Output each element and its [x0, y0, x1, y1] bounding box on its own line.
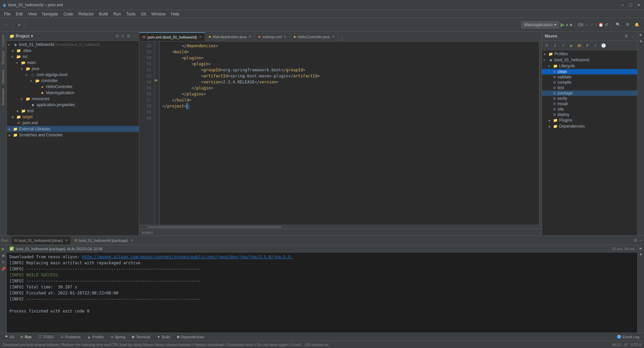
tree-hellocontroller[interactable]: ● HelloController	[7, 84, 139, 90]
footer-tab-spring[interactable]: ◈ Spring	[109, 334, 127, 340]
maven-download-button[interactable]: ⇓	[551, 42, 559, 49]
footer-tab-terminal[interactable]: ▶ Terminal	[130, 334, 152, 340]
maven-m-button[interactable]: m	[576, 42, 583, 49]
code-editor[interactable]: </dependencies> <build> <plugins> <plugi…	[160, 42, 539, 225]
menu-item-help[interactable]: Help	[168, 11, 182, 17]
tree-root[interactable]: ▾ ◆ boot_01_helloworld D:\maven\boot_01_…	[7, 42, 139, 48]
menu-item-tools[interactable]: Tools	[123, 11, 138, 17]
search-everywhere-button[interactable]: 🔍	[614, 21, 623, 28]
menu-item-code[interactable]: Code	[61, 11, 76, 17]
run-pin-button[interactable]: 📌	[1, 267, 6, 271]
maven-clean[interactable]: ⚙ clean	[542, 69, 637, 74]
footer-tab-problems[interactable]: ⚠ Problems	[58, 334, 83, 340]
tab-close-button[interactable]: ✕	[199, 35, 202, 39]
maven-plugins[interactable]: ► 📁 Plugins	[542, 117, 637, 123]
menu-item-build[interactable]: Build	[96, 11, 111, 17]
dropdown-icon[interactable]: ▾	[31, 34, 33, 39]
maven-validate[interactable]: ⚙ validate	[542, 74, 637, 80]
menu-item-edit[interactable]: Edit	[13, 11, 25, 17]
tab-close-button[interactable]: ✕	[332, 35, 334, 39]
maven-settings-button[interactable]: ⚙	[624, 33, 629, 39]
maven-module[interactable]: ▾ ◆ boot_01_helloworld	[542, 57, 637, 63]
run-tab-package[interactable]: m boot_01_helloworld [package] ✕	[72, 236, 136, 245]
tree-resources[interactable]: ▾ 📂 resources	[7, 96, 139, 102]
right-icon-2[interactable]: ■	[640, 39, 642, 43]
activity-commit[interactable]: Commit	[1, 33, 6, 48]
tab-close-button[interactable]: ✕	[130, 238, 133, 242]
project-view-button[interactable]: ≡	[16, 22, 22, 28]
maven-add-button[interactable]: +	[559, 42, 567, 49]
tab-hellocontroller[interactable]: ■ HelloController.java ✕	[290, 32, 338, 41]
tree-package[interactable]: ▾ ◻ com.atguigu.boot	[7, 72, 139, 78]
footer-tab-run[interactable]: ▶ Run	[19, 334, 34, 340]
activity-database[interactable]: Database	[1, 67, 6, 86]
tree-external-libs[interactable]: ► 📁 External Libraries	[7, 126, 139, 132]
menu-item-window[interactable]: Window	[149, 11, 168, 17]
run-stop-button[interactable]: ■	[2, 253, 4, 258]
run-config-selector[interactable]: MainApplication ▾	[521, 21, 559, 28]
project-settings-button[interactable]: ⚙	[126, 33, 131, 39]
maven-install[interactable]: ⚙ install	[542, 101, 637, 107]
notifications-button[interactable]: 🔔	[633, 21, 641, 28]
minimize-button[interactable]: −	[620, 2, 625, 8]
scrollbar-thumb[interactable]	[147, 226, 281, 228]
back-button[interactable]: ←	[3, 22, 10, 28]
run-button[interactable]: ▶	[560, 21, 565, 28]
menu-item-run[interactable]: Run	[111, 11, 123, 17]
footer-tab-deps[interactable]: ◆ Dependencies	[175, 334, 206, 340]
activity-structure[interactable]: Structure	[1, 49, 6, 67]
vertical-scrollbar[interactable]	[539, 42, 542, 225]
maven-site[interactable]: ⚙ site	[542, 107, 637, 112]
run-settings-button[interactable]: ⚙	[633, 237, 638, 243]
tree-target[interactable]: ► 📁 target	[7, 114, 139, 120]
tab-close-button[interactable]: ✕	[249, 35, 251, 39]
close-button[interactable]: ×	[636, 2, 641, 8]
tree-scratches[interactable]: ► 📁 Scratches and Consoles	[7, 132, 139, 138]
menu-item-git[interactable]: Git	[138, 11, 149, 17]
footer-tab-todo[interactable]: ☐ TODO	[36, 334, 56, 340]
project-sync-button[interactable]: ↻	[115, 33, 120, 39]
maven-test[interactable]: ⚙ test	[542, 85, 637, 90]
footer-tab-event-log[interactable]: 2 Event Log	[615, 334, 641, 340]
maven-history-button[interactable]: 🕐	[600, 42, 607, 49]
maven-close-button[interactable]: −	[631, 33, 635, 39]
console-url[interactable]: http://maven.aliyun.com/nexus/content/gr…	[82, 255, 293, 259]
maven-compile[interactable]: ⚙ compile	[542, 80, 637, 85]
git-undo-icon[interactable]: ↺	[605, 22, 608, 27]
run-rerun-button[interactable]: ↻	[2, 260, 5, 265]
project-collapse-button[interactable]: ≡	[121, 33, 125, 39]
menu-item-view[interactable]: View	[25, 11, 40, 17]
menu-item-file[interactable]: File	[1, 11, 13, 17]
tree-mainapplication[interactable]: ■ MainApplication	[7, 90, 139, 96]
footer-tab-build[interactable]: ▼ Build	[155, 334, 172, 340]
maven-package[interactable]: ⚙ package	[542, 90, 637, 96]
console-output[interactable]: Downloaded from nexus-aliyun: http://mav…	[7, 253, 637, 333]
run-right-icon-1[interactable]: ▶	[640, 247, 642, 250]
maven-refresh-button[interactable]: ↻	[543, 42, 551, 49]
activity-bookmarks[interactable]: Bookmarks	[1, 86, 6, 107]
more-tabs-button[interactable]: ⋮	[338, 36, 347, 41]
tree-java[interactable]: ▾ 📂 java	[7, 66, 139, 72]
git-fetch-icon[interactable]: ⏰	[598, 22, 603, 27]
run-tab-clean[interactable]: m boot_01_helloworld [clean] ✕	[12, 236, 70, 245]
maven-dependencies[interactable]: ► 📁 Dependencies	[542, 123, 637, 129]
settings-button[interactable]: ⚙	[624, 21, 631, 28]
tab-pomxml[interactable]: m pom.xml (boot_01_helloworld) ✕	[139, 32, 205, 41]
tab-settings[interactable]: ■ settings.xml ✕	[255, 32, 290, 41]
tab-close-button[interactable]: ✕	[284, 35, 286, 39]
footer-tab-profiler[interactable]: ▲ Profiler	[85, 334, 106, 340]
tree-appprops[interactable]: ■ application.properties	[7, 102, 139, 108]
project-close-button[interactable]: −	[132, 33, 136, 39]
tree-controller[interactable]: ▾ 📂 controller	[7, 78, 139, 84]
tree-pomxml[interactable]: m pom.xml	[7, 120, 139, 126]
maven-profiles[interactable]: ► 📁 Profiles	[542, 51, 637, 57]
maven-collapse-button[interactable]: ≡	[592, 42, 599, 49]
horizontal-scrollbar[interactable]	[139, 225, 542, 229]
menu-item-refactor[interactable]: Refactor	[76, 11, 96, 17]
run-close-button[interactable]: −	[639, 237, 643, 244]
debug-button[interactable]: ♦	[566, 22, 568, 27]
tree-src[interactable]: ▾ 📂 src	[7, 54, 139, 60]
maximize-button[interactable]: □	[628, 2, 633, 8]
coverage-button[interactable]: ■	[570, 22, 572, 27]
maven-skip-tests-button[interactable]: ✗	[584, 42, 591, 49]
